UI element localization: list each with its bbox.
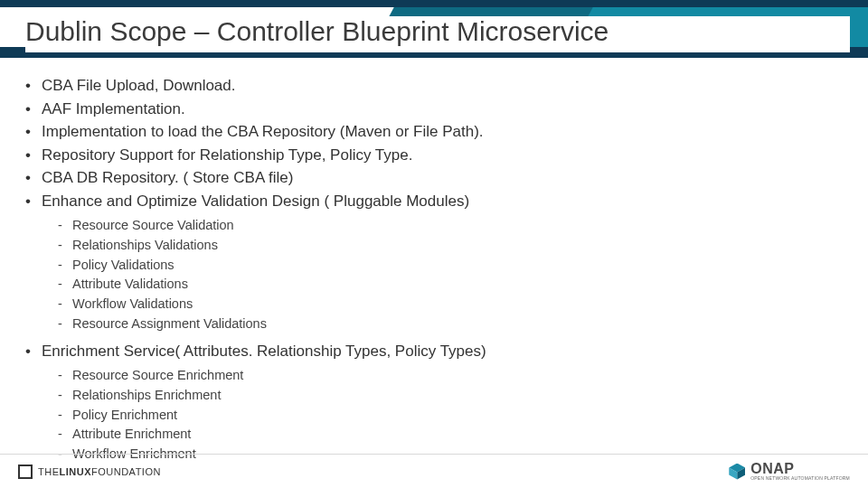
bullet-list: •CBA File Upload, Download.•AAF Implemen… xyxy=(25,74,843,465)
bullet-icon: • xyxy=(25,190,42,213)
footer: THELINUXFOUNDATION ONAP OPEN NETWORK AUT… xyxy=(0,454,868,488)
dash-icon: - xyxy=(58,275,72,295)
list-item: •Implementation to load the CBA Reposito… xyxy=(25,120,843,144)
dash-icon: - xyxy=(58,425,72,445)
list-item-text: Enhance and Optimize Validation Design (… xyxy=(42,190,843,213)
sub-list-item-text: Relationships Enrichment xyxy=(72,386,221,406)
list-item: •CBA File Upload, Download. xyxy=(25,74,843,98)
dash-icon: - xyxy=(58,386,72,406)
sub-list: -Resource Source Validation-Relationship… xyxy=(58,216,843,334)
list-item: •Enrichment Service( Attributes. Relatio… xyxy=(25,340,843,363)
sub-list-item-text: Relationships Validations xyxy=(72,236,218,256)
sub-list-item-text: Workflow Validations xyxy=(72,295,193,314)
onap-cube-icon xyxy=(729,464,745,480)
sub-list-item: -Relationships Enrichment xyxy=(58,386,843,406)
list-item-text: Enrichment Service( Attributes. Relation… xyxy=(42,340,843,363)
onap-logo: ONAP OPEN NETWORK AUTOMATION PLATFORM xyxy=(729,462,850,481)
dash-icon: - xyxy=(58,295,72,314)
onap-text: ONAP OPEN NETWORK AUTOMATION PLATFORM xyxy=(750,462,850,481)
list-item: •CBA DB Repository. ( Store CBA file) xyxy=(25,166,843,190)
sub-list-item-text: Attribute Enrichment xyxy=(72,425,191,445)
sub-list-item: -Attribute Validations xyxy=(58,275,843,295)
sub-list-item-text: Attribute Validations xyxy=(72,275,188,295)
sub-list-item-text: Policy Enrichment xyxy=(72,406,177,426)
dash-icon: - xyxy=(58,236,72,256)
content-area: •CBA File Upload, Download.•AAF Implemen… xyxy=(25,74,843,446)
linux-foundation-logo: THELINUXFOUNDATION xyxy=(18,465,161,479)
bullet-icon: • xyxy=(25,120,42,144)
page-title: Dublin Scope – Controller Blueprint Micr… xyxy=(25,16,850,52)
linux-foundation-icon xyxy=(18,465,33,479)
bullet-icon: • xyxy=(25,144,42,167)
linux-foundation-text: THELINUXFOUNDATION xyxy=(38,466,161,477)
sub-list: -Resource Source Enrichment-Relationship… xyxy=(58,366,843,465)
list-item-text: AAF Implementation. xyxy=(42,98,843,121)
sub-list-item: -Attribute Enrichment xyxy=(58,425,843,445)
sub-list-item-text: Resource Assignment Validations xyxy=(72,314,267,334)
sub-list-item-text: Resource Source Enrichment xyxy=(72,366,243,386)
dash-icon: - xyxy=(58,216,72,236)
list-item-text: CBA DB Repository. ( Store CBA file) xyxy=(42,166,843,190)
lf-foundation: FOUNDATION xyxy=(91,466,161,477)
dash-icon: - xyxy=(58,366,72,386)
sub-list-item: -Policy Validations xyxy=(58,256,843,276)
dash-icon: - xyxy=(58,256,72,276)
list-item: •AAF Implementation. xyxy=(25,98,843,121)
bullet-icon: • xyxy=(25,74,42,98)
dash-icon: - xyxy=(58,406,72,426)
onap-tagline: OPEN NETWORK AUTOMATION PLATFORM xyxy=(750,476,850,481)
sub-list-item-text: Policy Validations xyxy=(72,256,175,276)
sub-list-item: -Resource Source Enrichment xyxy=(58,366,843,386)
sub-list-item: -Resource Assignment Validations xyxy=(58,314,843,334)
bullet-icon: • xyxy=(25,166,42,190)
list-item: •Enhance and Optimize Validation Design … xyxy=(25,190,843,213)
onap-name: ONAP xyxy=(750,462,850,476)
bullet-icon: • xyxy=(25,98,42,121)
dash-icon: - xyxy=(58,314,72,334)
sub-list-item: -Workflow Validations xyxy=(58,295,843,314)
lf-the: THE xyxy=(38,466,60,477)
sub-list-item: -Relationships Validations xyxy=(58,236,843,256)
sub-list-item-text: Resource Source Validation xyxy=(72,216,234,236)
bullet-icon: • xyxy=(25,340,42,363)
lf-linux: LINUX xyxy=(60,466,92,477)
sub-list-item: -Policy Enrichment xyxy=(58,406,843,426)
sub-list-item: -Resource Source Validation xyxy=(58,216,843,236)
list-item: •Repository Support for Relationship Typ… xyxy=(25,144,843,167)
list-item-text: Implementation to load the CBA Repositor… xyxy=(42,120,843,144)
list-item-text: Repository Support for Relationship Type… xyxy=(42,144,843,167)
list-item-text: CBA File Upload, Download. xyxy=(42,74,843,98)
